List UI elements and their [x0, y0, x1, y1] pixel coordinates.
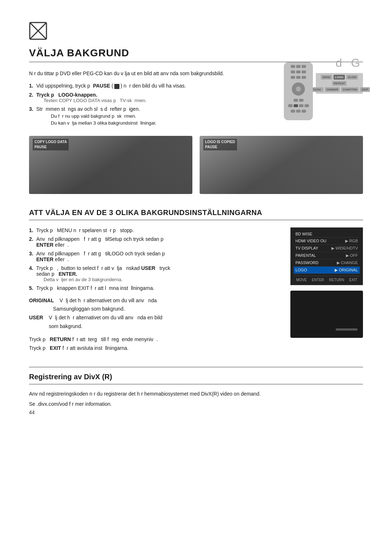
dg-label: d G: [335, 56, 363, 70]
menu-row-parental: PARENTAL▶ OFF: [294, 252, 360, 259]
s2-step-2-text: Anv nd pilknappen f r att g tiłSetup och…: [36, 236, 166, 248]
tv-screen-2: LOGO IS COPIEDPAUSE: [200, 136, 363, 194]
exit-text: Tryck p EXIT f r att avsluta inst llning…: [29, 344, 279, 353]
screen1-label: COPY LOGO DATAPAUSE: [33, 139, 69, 150]
step-2: 2. Tryck p LOGO-knappen. Texten COPY LOG…: [29, 92, 277, 103]
dark-screen: [290, 291, 363, 338]
section3-text2: Se .divx.com/vod f r mer information.: [29, 400, 363, 408]
s2-step-4-number: 4.: [29, 265, 33, 271]
dark-screen-bar: [336, 328, 358, 331]
s2-step-1-text: Tryck p MENU n r spelaren st r p stopp.: [36, 227, 134, 233]
step-3-text: Str mmen st ngs av och sl s d refter p i…: [36, 106, 140, 112]
section3: Registrering av DivX (R) Anv nd registre…: [29, 367, 363, 408]
page-number: 44: [29, 409, 35, 415]
s2-step-5-number: 5.: [29, 285, 33, 291]
step-2-text: Tryck p LOGO-knappen.: [36, 92, 97, 98]
original-desc: ORIGINAL V lj det h r alternativet om du…: [29, 296, 279, 314]
tv-screen-1: COPY LOGO DATAPAUSE: [29, 136, 192, 194]
step-3-sub2: Du kan v lja mellan 3 olika bakgrundsins…: [36, 120, 277, 126]
step-1-number: 1.: [29, 83, 33, 89]
section-icon: [29, 22, 51, 44]
return-exit-text: Tryck p RETURN f r att terg till f reg e…: [29, 335, 279, 353]
s2-step-4: 4. Tryck p , button to select f r att v …: [29, 265, 279, 282]
menu-row-bdwise: BD WISE: [294, 231, 360, 238]
s2-step-4-text: Tryck p , button to select f r att v lja…: [36, 265, 170, 277]
menu-row-tv: TV DISPLAY▶ WIDE/HDTV: [294, 245, 360, 252]
menu-illustration: BD WISE HDMI VIDEO OU▶ RGB TV DISPLAY▶ W…: [290, 227, 363, 285]
step-3: 3. Str mmen st ngs av och sl s d refter …: [29, 106, 277, 126]
s2-step-2-number: 2.: [29, 236, 33, 242]
s2-step-1: 1. Tryck p MENU n r spelaren st r p stop…: [29, 227, 279, 233]
step-2-note: Texten COPY LOGO DATA visas p TV-sk rmen…: [36, 98, 277, 103]
menu-footer: MOVEENTERRETURNEXIT: [294, 276, 360, 282]
section2-title: ATT VÄLJA EN AV DE 3 OLIKA BAKGRUNDSINST…: [29, 209, 363, 220]
s2-step-1-number: 1.: [29, 227, 33, 233]
s2-step-5: 5. Tryck p knappen EXIT f r att l mna in…: [29, 285, 279, 291]
s2-step-4-note: Detta v ljer en av de 3 bakgrunderna.: [36, 277, 279, 282]
s2-step-3-text: Anv nd pilknappen f r att g tiłLOGO och …: [36, 251, 168, 262]
user-desc: USER V lj det h r alternativet om du vil…: [29, 314, 279, 331]
step-3-sub1: Du f r nu upp vald bakgrund p sk rmen.: [36, 113, 277, 119]
s2-step-3-number: 3.: [29, 251, 33, 256]
section3-title: Registrering av DivX (R): [29, 373, 363, 384]
menu-row-logo: LOGO▶ ORIGINAL: [294, 267, 360, 274]
menu-row-password: PASSWORD▶ CHANGE: [294, 259, 360, 267]
menu-row-hdmi: HDMI VIDEO OU▶ RGB: [294, 238, 360, 245]
section2: ATT VÄLJA EN AV DE 3 OLIKA BAKGRUNDSINST…: [29, 209, 363, 353]
section1-main-text: N r du tittar p DVD eller PEG-CD kan du …: [29, 69, 277, 129]
section1-title: VÄLJA BAKGRUND: [29, 47, 363, 62]
return-text: Tryck p RETURN f r att terg till f reg e…: [29, 335, 279, 344]
step-1: 1. Vid uppspelning, tryck p PAUSE () n r…: [29, 83, 277, 89]
s2-step-5-text: Tryck p knappen EXIT f r att l mna inst …: [36, 285, 154, 291]
step-3-number: 3.: [29, 106, 33, 112]
tv-screens-area: COPY LOGO DATAPAUSE LOGO IS COPIEDPAUSE: [29, 136, 363, 194]
intro-text: N r du tittar p DVD eller PEG-CD kan du …: [29, 69, 277, 77]
original-user-desc: ORIGINAL V lj det h r alternativet om du…: [29, 296, 279, 331]
screen2-label: LOGO IS COPIEDPAUSE: [203, 139, 237, 150]
section3-text1: Anv nd registreringskoden n r du registr…: [29, 390, 363, 398]
step-2-number: 2.: [29, 92, 33, 98]
s2-step-2: 2. Anv nd pilknappen f r att g tiłSetup …: [29, 236, 279, 248]
step-1-text: Vid uppspelning, tryck p PAUSE () n r de…: [36, 83, 186, 89]
section2-text: 1. Tryck p MENU n r spelaren st r p stop…: [29, 227, 279, 353]
s2-step-3: 3. Anv nd pilknappen f r att g tiłLOGO o…: [29, 251, 279, 262]
remote-control-image: [284, 62, 313, 120]
